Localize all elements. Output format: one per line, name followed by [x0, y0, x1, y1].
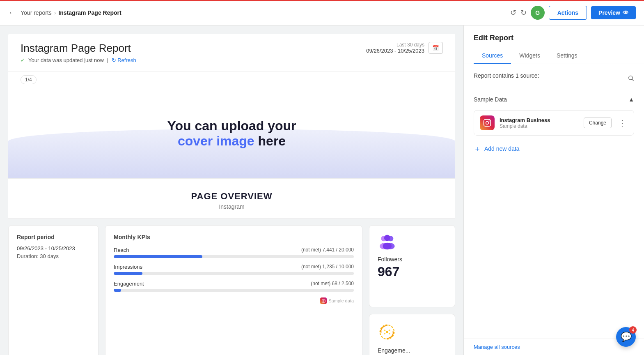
report-subtitle: ✓ Your data was updated just now | ↻ Ref… — [21, 57, 136, 63]
breadcrumb-parent[interactable]: Your reports — [21, 9, 52, 16]
chat-badge: 4 — [629, 326, 637, 334]
svg-point-15 — [389, 330, 390, 331]
main-layout: Instagram Page Report ✓ Your data was up… — [0, 25, 644, 355]
red-accent-line — [0, 0, 644, 1]
svg-point-10 — [384, 235, 390, 241]
overview-section: PAGE OVERVIEW Instagram — [8, 179, 455, 219]
panel-tabs: Sources Widgets Settings — [474, 48, 634, 64]
report-title: Instagram Page Report — [21, 42, 136, 55]
kpi-reach-label: Reach — [114, 247, 129, 253]
separator: | — [107, 57, 108, 63]
breadcrumb-separator: › — [54, 9, 56, 16]
breadcrumb: Your reports › Instagram Page Report — [21, 9, 121, 16]
panel-title: Edit Report — [474, 34, 634, 42]
chat-icon: 💬 — [621, 332, 632, 342]
svg-point-14 — [384, 330, 385, 331]
engagement-icon — [378, 323, 396, 343]
breadcrumb-current: Instagram Page Report — [58, 9, 121, 16]
period-card: Report period 09/26/2023 - 10/25/2023 Du… — [8, 225, 99, 355]
cover-blue-text[interactable]: cover image — [178, 134, 254, 148]
svg-point-17 — [389, 333, 390, 334]
kpi-impressions-value: (not met) 1,235 / 10,000 — [301, 264, 354, 270]
tab-sources[interactable]: Sources — [474, 48, 511, 64]
chat-bubble[interactable]: 💬 4 — [616, 327, 636, 347]
tab-widgets[interactable]: Widgets — [511, 48, 548, 64]
kpi-impressions-bar-fill — [114, 272, 142, 275]
refresh-icon: ↻ — [112, 57, 116, 63]
cover-section: You can upload your cover image here — [8, 88, 455, 179]
topbar: ← Your reports › Instagram Page Report ↺… — [0, 0, 644, 25]
cover-line2: cover image here — [167, 134, 296, 149]
followers-card: Followers 967 — [369, 225, 455, 307]
period-dates: 09/26/2023 - 10/25/2023 — [17, 245, 90, 251]
ig-small-icon — [320, 297, 327, 304]
plus-icon: ＋ — [474, 144, 481, 154]
kpi-impressions-bar-bg — [114, 272, 354, 275]
kpi-impressions: Impressions (not met) 1,235 / 10,000 — [114, 264, 354, 275]
source-sub: Sample data — [500, 123, 579, 129]
svg-point-21 — [486, 122, 489, 124]
kpis-card: Monthly KPIs Reach (not met) 7,441 / 20,… — [105, 225, 362, 355]
engagement-card: Engageme... 7.84% — [369, 314, 455, 355]
preview-button[interactable]: Preview 👁 — [591, 6, 636, 19]
sample-data-text: Sample data — [328, 298, 354, 303]
source-logo-instagram — [480, 115, 495, 130]
search-icon-button[interactable] — [628, 75, 634, 83]
period-duration: Duration: 30 days — [17, 253, 90, 259]
cover-line1: You can upload your — [167, 118, 296, 134]
followers-icon — [378, 234, 398, 252]
sample-data-label: Sample data — [114, 297, 354, 304]
source-name: Instagram Business — [500, 117, 579, 123]
kpi-engagement-bar-fill — [114, 289, 121, 292]
source-item: Instagram Business Sample data Change ⋮ — [474, 110, 634, 136]
kpi-reach: Reach (not met) 7,441 / 20,000 — [114, 247, 354, 258]
report-title-section: Instagram Page Report ✓ Your data was up… — [21, 42, 136, 63]
add-data-label: Add new data — [484, 145, 520, 152]
svg-point-18 — [629, 76, 633, 79]
preview-eye-icon: 👁 — [623, 9, 628, 16]
source-info: Instagram Business Sample data — [500, 117, 579, 129]
sample-data-header[interactable]: Sample Data ▲ — [474, 92, 634, 107]
undo-button[interactable]: ↺ — [510, 8, 516, 17]
page-counter: 1/4 — [21, 75, 37, 84]
sample-data-section: Sample Data ▲ Instagram Business S — [474, 92, 634, 155]
report-header: Instagram Page Report ✓ Your data was up… — [8, 34, 455, 72]
kpi-reach-value: (not met) 7,441 / 20,000 — [301, 247, 354, 253]
calendar-button[interactable]: 📅 — [429, 42, 443, 54]
date-range-block: Last 30 days 09/26/2023 - 10/25/2023 📅 — [366, 42, 443, 54]
engagement-label: Engageme... — [378, 347, 410, 354]
kpis-card-heading: Monthly KPIs — [114, 234, 354, 240]
add-new-data-button[interactable]: ＋ Add new data — [474, 142, 520, 155]
kpi-engagement-value: (not met) 68 / 2,500 — [311, 281, 354, 287]
followers-label: Followers — [378, 256, 402, 263]
redo-button[interactable]: ↻ — [520, 8, 527, 17]
check-icon: ✓ — [21, 57, 25, 63]
svg-point-13 — [386, 331, 388, 333]
actions-button[interactable]: Actions — [549, 6, 587, 20]
tab-settings[interactable]: Settings — [548, 48, 586, 64]
change-source-button[interactable]: Change — [584, 118, 612, 128]
svg-point-4 — [323, 300, 324, 302]
more-options-button[interactable]: ⋮ — [616, 118, 628, 128]
cover-text-line1: You can upload your — [167, 118, 296, 133]
date-range-label: Last 30 days — [366, 42, 424, 48]
svg-point-16 — [384, 333, 385, 334]
kpi-reach-bar-fill — [114, 255, 202, 258]
kpi-reach-bar-bg — [114, 255, 354, 258]
svg-point-5 — [324, 300, 325, 300]
date-range-text-block: Last 30 days 09/26/2023 - 10/25/2023 — [366, 42, 424, 54]
back-button[interactable]: ← — [8, 8, 16, 17]
svg-point-22 — [488, 120, 490, 122]
overview-title: PAGE OVERVIEW — [16, 191, 447, 202]
chevron-up-icon: ▲ — [628, 96, 634, 103]
kpi-engagement: Engagement (not met) 68 / 2,500 — [114, 281, 354, 292]
sample-data-heading: Sample Data — [474, 96, 507, 103]
refresh-label: Refresh — [117, 57, 136, 63]
panel-body: Report contains 1 source: Sample Data ▲ — [464, 64, 644, 339]
avatar: G — [531, 6, 545, 20]
topbar-right-actions: ↺ ↻ G Actions Preview 👁 — [510, 6, 636, 20]
date-range-value: 09/26/2023 - 10/25/2023 — [366, 48, 424, 54]
content-area: Instagram Page Report ✓ Your data was up… — [0, 25, 463, 355]
refresh-link[interactable]: ↻ Refresh — [112, 57, 136, 63]
cover-rest-text: here — [258, 134, 286, 148]
